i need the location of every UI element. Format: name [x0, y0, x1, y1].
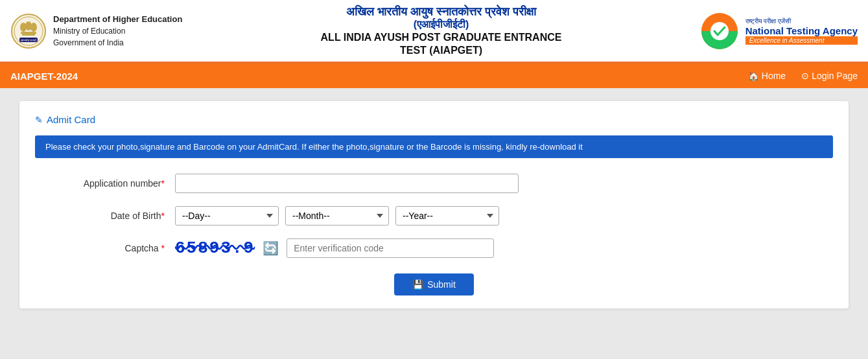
captcha-label: Captcha *	[35, 243, 165, 253]
dob-group: Date of Birth* --Day-- --Month-- --Year-…	[35, 206, 833, 226]
svg-text:सत्यमेव जयते: सत्यमेव जयते	[20, 38, 36, 42]
login-label: Login Page	[812, 71, 858, 81]
submit-label: Submit	[427, 279, 456, 290]
required-marker-dob: *	[161, 211, 165, 221]
navbar-links: 🏠 Home ⊙ Login Page	[748, 71, 858, 81]
home-link[interactable]: 🏠 Home	[748, 71, 786, 81]
submit-button[interactable]: 💾 Submit	[394, 273, 474, 295]
captcha-value: 65893.9	[175, 238, 255, 258]
card-header: ✎ Admit Card	[35, 114, 833, 125]
nta-section: राष्ट्रीय परीक्षा एजेंसी National Testin…	[700, 12, 858, 51]
dept-section: सत्यमेव जयते Department of Higher Educat…	[10, 13, 182, 49]
title-section: अखिल भारतीय आयुष स्नातकोत्तर प्रवेश परीक…	[182, 5, 699, 56]
navbar-brand: AIAPGET-2024	[10, 71, 78, 82]
alert-banner: Please check your photo,signature and Ba…	[35, 135, 833, 158]
captcha-input[interactable]	[287, 238, 494, 258]
dept-info: Department of Higher Education Ministry …	[53, 13, 182, 49]
captcha-group: Captcha * 65893.9 🔄	[35, 238, 833, 258]
clock-icon: ⊙	[801, 71, 809, 81]
login-link[interactable]: ⊙ Login Page	[801, 71, 858, 81]
nta-hindi-label: राष्ट्रीय परीक्षा एजेंसी	[745, 17, 858, 25]
month-select[interactable]: --Month--	[285, 206, 389, 226]
submit-row: 💾 Submit	[35, 273, 833, 295]
captcha-controls: 65893.9 🔄	[175, 238, 494, 258]
application-number-input[interactable]	[175, 174, 519, 193]
navbar: AIAPGET-2024 🏠 Home ⊙ Login Page	[0, 64, 868, 88]
home-label: Home	[762, 71, 786, 81]
day-select[interactable]: --Day--	[175, 206, 279, 226]
edit-icon: ✎	[35, 115, 43, 125]
main-content: ✎ Admit Card Please check your photo,sig…	[0, 88, 868, 321]
home-icon: 🏠	[748, 71, 759, 81]
ministry-text: Ministry of Education	[53, 25, 182, 37]
nta-english-name: National Testing Agency	[745, 25, 858, 36]
admit-card-panel: ✎ Admit Card Please check your photo,sig…	[19, 101, 849, 308]
year-select[interactable]: --Year--	[395, 206, 499, 226]
alert-text: Please check your photo,signature and Ba…	[45, 142, 583, 152]
dept-name-text: Department of Higher Education	[53, 13, 182, 26]
save-icon: 💾	[412, 279, 423, 290]
govt-text: Government of India	[53, 37, 182, 49]
nta-logo-icon	[700, 12, 739, 51]
svg-rect-5	[21, 32, 36, 34]
required-marker-captcha: *	[161, 243, 165, 253]
card-header-label: Admit Card	[47, 114, 95, 125]
svg-point-0	[12, 14, 45, 48]
svg-rect-6	[22, 34, 35, 36]
captcha-refresh-button[interactable]: 🔄	[263, 240, 279, 256]
page-header: सत्यमेव जयते Department of Higher Educat…	[0, 0, 868, 64]
emblem-icon: सत्यमेव जयते	[10, 13, 47, 49]
required-marker: *	[161, 178, 165, 189]
hindi-title: अखिल भारतीय आयुष स्नातकोत्तर प्रवेश परीक…	[182, 5, 699, 19]
application-number-group: Application number*	[35, 174, 833, 193]
nta-text-block: राष्ट्रीय परीक्षा एजेंसी National Testin…	[745, 17, 858, 45]
dob-label: Date of Birth*	[35, 211, 165, 221]
english-title: ALL INDIA AYUSH POST GRADUATE ENTRANCE	[182, 32, 699, 43]
application-number-label: Application number*	[35, 178, 165, 189]
hindi-subtitle: (एआईपीजीईटी)	[182, 19, 699, 30]
english-subtitle: TEST (AIAPGET)	[182, 45, 699, 56]
svg-point-10	[710, 22, 729, 40]
dob-selects: --Day-- --Month-- --Year--	[175, 206, 499, 226]
nta-tagline: Excellence in Assessment	[745, 36, 858, 45]
svg-point-4	[30, 23, 37, 32]
